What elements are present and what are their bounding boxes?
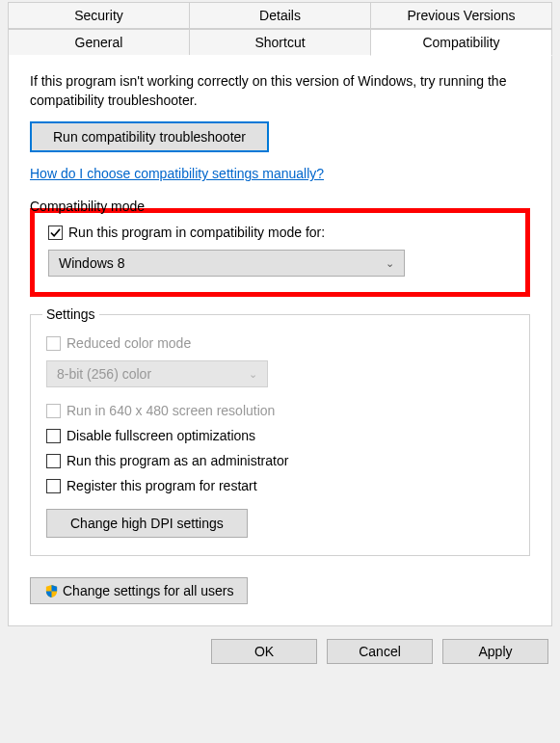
tab-shortcut[interactable]: Shortcut (189, 29, 371, 56)
compat-mode-checkbox[interactable] (48, 226, 63, 240)
change-dpi-button[interactable]: Change high DPI settings (46, 509, 248, 538)
low-res-checkbox (46, 404, 61, 418)
settings-legend: Settings (42, 306, 99, 322)
intro-text: If this program isn't working correctly … (30, 72, 530, 110)
tab-strip: Security Details Previous Versions Gener… (0, 0, 560, 56)
apply-button[interactable]: Apply (442, 639, 548, 664)
run-admin-label[interactable]: Run this program as an administrator (67, 453, 288, 468)
manual-settings-link[interactable]: How do I choose compatibility settings m… (30, 166, 324, 181)
color-mode-select: 8-bit (256) color ⌄ (46, 360, 268, 387)
chevron-down-icon: ⌄ (386, 257, 394, 270)
highlight-box: Run this program in compatibility mode f… (30, 208, 530, 297)
compatibility-panel: If this program isn't working correctly … (8, 55, 552, 626)
ok-button[interactable]: OK (211, 639, 317, 664)
reduced-color-label: Reduced color mode (67, 335, 191, 351)
chevron-down-icon: ⌄ (249, 368, 257, 381)
compat-mode-label[interactable]: Run this program in compatibility mode f… (68, 225, 325, 240)
run-admin-checkbox[interactable] (46, 454, 61, 468)
tab-details[interactable]: Details (189, 2, 371, 29)
tab-previous-versions[interactable]: Previous Versions (370, 2, 552, 29)
cancel-button[interactable]: Cancel (327, 639, 433, 664)
disable-fullscreen-checkbox[interactable] (46, 429, 61, 443)
reduced-color-checkbox (46, 336, 61, 351)
run-troubleshooter-button[interactable]: Run compatibility troubleshooter (30, 121, 269, 152)
compat-mode-select[interactable]: Windows 8 ⌄ (48, 250, 405, 277)
change-all-users-button[interactable]: Change settings for all users (30, 577, 248, 604)
color-mode-selected-value: 8-bit (256) color (57, 366, 151, 382)
compatibility-mode-legend: Compatibility mode (26, 199, 148, 214)
shield-icon (44, 584, 59, 598)
disable-fullscreen-label[interactable]: Disable fullscreen optimizations (67, 428, 255, 443)
change-all-users-label: Change settings for all users (63, 583, 233, 598)
tab-general[interactable]: General (8, 29, 190, 56)
register-restart-checkbox[interactable] (46, 479, 61, 493)
compat-mode-selected-value: Windows 8 (59, 255, 124, 271)
checkmark-icon (50, 227, 61, 238)
tab-compatibility[interactable]: Compatibility (370, 29, 552, 56)
register-restart-label[interactable]: Register this program for restart (67, 478, 257, 493)
low-res-label: Run in 640 x 480 screen resolution (67, 403, 275, 418)
settings-group: Settings Reduced color mode 8-bit (256) … (30, 306, 530, 556)
tab-security[interactable]: Security (8, 2, 190, 29)
properties-dialog: Security Details Previous Versions Gener… (0, 0, 560, 676)
dialog-button-row: OK Cancel Apply (0, 627, 560, 676)
compatibility-mode-group: Compatibility mode Run this program in c… (30, 199, 530, 297)
